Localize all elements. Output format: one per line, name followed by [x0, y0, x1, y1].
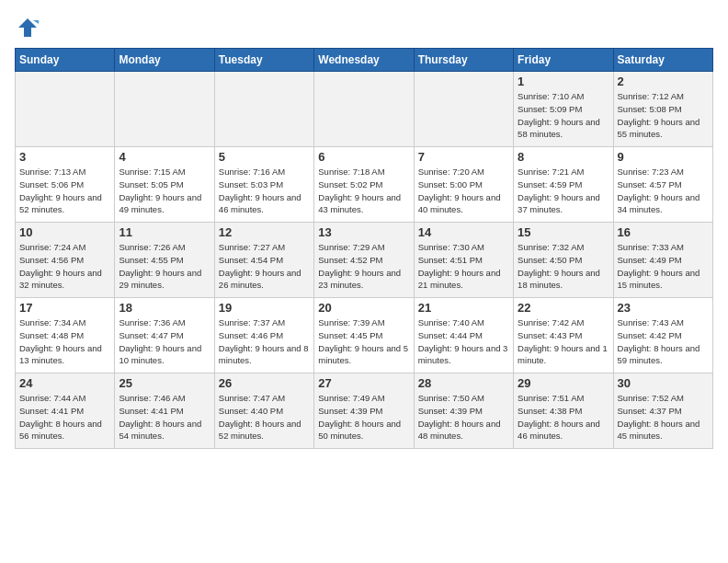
day-number: 24 — [19, 376, 110, 390]
calendar-cell: 18Sunrise: 7:36 AM Sunset: 4:47 PM Dayli… — [115, 298, 214, 373]
calendar-cell: 14Sunrise: 7:30 AM Sunset: 4:51 PM Dayli… — [414, 223, 513, 298]
calendar-cell: 12Sunrise: 7:27 AM Sunset: 4:54 PM Dayli… — [214, 223, 313, 298]
calendar-cell: 4Sunrise: 7:15 AM Sunset: 5:05 PM Daylig… — [115, 147, 214, 223]
day-number: 9 — [618, 150, 709, 164]
calendar-table: SundayMondayTuesdayWednesdayThursdayFrid… — [15, 48, 713, 449]
weekday-header: Friday — [514, 49, 613, 72]
weekday-header: Tuesday — [214, 49, 313, 72]
day-info: Sunrise: 7:16 AM Sunset: 5:03 PM Dayligh… — [219, 166, 310, 216]
calendar-week-row: 10Sunrise: 7:24 AM Sunset: 4:56 PM Dayli… — [16, 223, 713, 298]
calendar-cell: 30Sunrise: 7:52 AM Sunset: 4:37 PM Dayli… — [613, 373, 712, 449]
day-info: Sunrise: 7:44 AM Sunset: 4:41 PM Dayligh… — [19, 392, 110, 442]
day-info: Sunrise: 7:32 AM Sunset: 4:50 PM Dayligh… — [518, 241, 609, 292]
calendar-week-row: 17Sunrise: 7:34 AM Sunset: 4:48 PM Dayli… — [16, 298, 713, 373]
day-info: Sunrise: 7:43 AM Sunset: 4:42 PM Dayligh… — [618, 316, 709, 367]
calendar-cell: 5Sunrise: 7:16 AM Sunset: 5:03 PM Daylig… — [214, 147, 313, 223]
calendar-cell: 9Sunrise: 7:23 AM Sunset: 4:57 PM Daylig… — [613, 147, 712, 223]
day-number: 8 — [518, 150, 609, 164]
day-info: Sunrise: 7:42 AM Sunset: 4:43 PM Dayligh… — [518, 316, 609, 367]
day-number: 13 — [318, 225, 409, 239]
calendar-cell: 8Sunrise: 7:21 AM Sunset: 4:59 PM Daylig… — [514, 147, 613, 223]
day-info: Sunrise: 7:49 AM Sunset: 4:39 PM Dayligh… — [318, 392, 409, 442]
day-info: Sunrise: 7:39 AM Sunset: 4:45 PM Dayligh… — [318, 316, 409, 367]
calendar-cell — [414, 72, 513, 147]
calendar-cell: 20Sunrise: 7:39 AM Sunset: 4:45 PM Dayli… — [314, 298, 414, 373]
weekday-header: Monday — [115, 49, 214, 72]
day-number: 4 — [119, 150, 210, 164]
day-number: 6 — [318, 150, 409, 164]
day-info: Sunrise: 7:10 AM Sunset: 5:09 PM Dayligh… — [518, 90, 609, 141]
day-number: 27 — [318, 376, 409, 390]
calendar-week-row: 24Sunrise: 7:44 AM Sunset: 4:41 PM Dayli… — [16, 373, 713, 449]
day-info: Sunrise: 7:51 AM Sunset: 4:38 PM Dayligh… — [518, 392, 609, 442]
weekday-header: Wednesday — [314, 49, 414, 72]
day-info: Sunrise: 7:13 AM Sunset: 5:06 PM Dayligh… — [19, 166, 110, 216]
calendar-cell: 26Sunrise: 7:47 AM Sunset: 4:40 PM Dayli… — [214, 373, 313, 449]
day-info: Sunrise: 7:29 AM Sunset: 4:52 PM Dayligh… — [318, 241, 409, 292]
day-info: Sunrise: 7:20 AM Sunset: 5:00 PM Dayligh… — [418, 166, 509, 216]
calendar-cell: 16Sunrise: 7:33 AM Sunset: 4:49 PM Dayli… — [613, 223, 712, 298]
calendar-cell: 13Sunrise: 7:29 AM Sunset: 4:52 PM Dayli… — [314, 223, 414, 298]
calendar-cell: 25Sunrise: 7:46 AM Sunset: 4:41 PM Dayli… — [115, 373, 214, 449]
calendar-cell: 10Sunrise: 7:24 AM Sunset: 4:56 PM Dayli… — [16, 223, 115, 298]
day-number: 16 — [618, 225, 709, 239]
day-info: Sunrise: 7:24 AM Sunset: 4:56 PM Dayligh… — [19, 241, 110, 292]
calendar-week-row: 1Sunrise: 7:10 AM Sunset: 5:09 PM Daylig… — [16, 72, 713, 147]
weekday-header: Thursday — [414, 49, 513, 72]
logo — [15, 15, 42, 40]
calendar-cell: 17Sunrise: 7:34 AM Sunset: 4:48 PM Dayli… — [16, 298, 115, 373]
calendar-cell: 3Sunrise: 7:13 AM Sunset: 5:06 PM Daylig… — [16, 147, 115, 223]
day-info: Sunrise: 7:30 AM Sunset: 4:51 PM Dayligh… — [418, 241, 509, 292]
day-number: 18 — [119, 301, 210, 315]
day-number: 20 — [318, 301, 409, 315]
calendar-cell: 19Sunrise: 7:37 AM Sunset: 4:46 PM Dayli… — [214, 298, 313, 373]
day-number: 25 — [119, 376, 210, 390]
weekday-header: Sunday — [16, 49, 115, 72]
day-number: 28 — [418, 376, 509, 390]
weekday-header: Saturday — [613, 49, 712, 72]
calendar-cell: 28Sunrise: 7:50 AM Sunset: 4:39 PM Dayli… — [414, 373, 513, 449]
day-info: Sunrise: 7:50 AM Sunset: 4:39 PM Dayligh… — [418, 392, 509, 442]
calendar-cell: 15Sunrise: 7:32 AM Sunset: 4:50 PM Dayli… — [514, 223, 613, 298]
day-info: Sunrise: 7:36 AM Sunset: 4:47 PM Dayligh… — [119, 316, 210, 367]
day-number: 23 — [618, 301, 709, 315]
day-number: 22 — [518, 301, 609, 315]
calendar-cell: 7Sunrise: 7:20 AM Sunset: 5:00 PM Daylig… — [414, 147, 513, 223]
day-info: Sunrise: 7:34 AM Sunset: 4:48 PM Dayligh… — [19, 316, 110, 367]
calendar-week-row: 3Sunrise: 7:13 AM Sunset: 5:06 PM Daylig… — [16, 147, 713, 223]
calendar-cell: 27Sunrise: 7:49 AM Sunset: 4:39 PM Dayli… — [314, 373, 414, 449]
day-number: 3 — [19, 150, 110, 164]
calendar-cell — [314, 72, 414, 147]
day-number: 19 — [219, 301, 310, 315]
day-number: 30 — [618, 376, 709, 390]
day-number: 2 — [618, 75, 709, 88]
day-info: Sunrise: 7:37 AM Sunset: 4:46 PM Dayligh… — [219, 316, 310, 367]
day-number: 14 — [418, 225, 509, 239]
day-info: Sunrise: 7:52 AM Sunset: 4:37 PM Dayligh… — [618, 392, 709, 442]
day-number: 10 — [19, 225, 110, 239]
calendar-cell: 11Sunrise: 7:26 AM Sunset: 4:55 PM Dayli… — [115, 223, 214, 298]
calendar-cell: 24Sunrise: 7:44 AM Sunset: 4:41 PM Dayli… — [16, 373, 115, 449]
day-number: 5 — [219, 150, 310, 164]
calendar-cell: 1Sunrise: 7:10 AM Sunset: 5:09 PM Daylig… — [514, 72, 613, 147]
day-number: 29 — [518, 376, 609, 390]
calendar-header-row: SundayMondayTuesdayWednesdayThursdayFrid… — [16, 49, 713, 72]
day-info: Sunrise: 7:33 AM Sunset: 4:49 PM Dayligh… — [618, 241, 709, 292]
day-info: Sunrise: 7:18 AM Sunset: 5:02 PM Dayligh… — [318, 166, 409, 216]
day-info: Sunrise: 7:27 AM Sunset: 4:54 PM Dayligh… — [219, 241, 310, 292]
calendar-cell: 22Sunrise: 7:42 AM Sunset: 4:43 PM Dayli… — [514, 298, 613, 373]
day-number: 7 — [418, 150, 509, 164]
calendar-cell — [115, 72, 214, 147]
calendar-cell: 2Sunrise: 7:12 AM Sunset: 5:08 PM Daylig… — [613, 72, 712, 147]
day-number: 17 — [19, 301, 110, 315]
day-info: Sunrise: 7:26 AM Sunset: 4:55 PM Dayligh… — [119, 241, 210, 292]
day-info: Sunrise: 7:47 AM Sunset: 4:40 PM Dayligh… — [219, 392, 310, 442]
calendar-cell: 6Sunrise: 7:18 AM Sunset: 5:02 PM Daylig… — [314, 147, 414, 223]
day-info: Sunrise: 7:21 AM Sunset: 4:59 PM Dayligh… — [518, 166, 609, 216]
day-number: 15 — [518, 225, 609, 239]
day-info: Sunrise: 7:23 AM Sunset: 4:57 PM Dayligh… — [618, 166, 709, 216]
calendar-cell — [16, 72, 115, 147]
day-number: 11 — [119, 225, 210, 239]
day-info: Sunrise: 7:46 AM Sunset: 4:41 PM Dayligh… — [119, 392, 210, 442]
day-info: Sunrise: 7:15 AM Sunset: 5:05 PM Dayligh… — [119, 166, 210, 216]
